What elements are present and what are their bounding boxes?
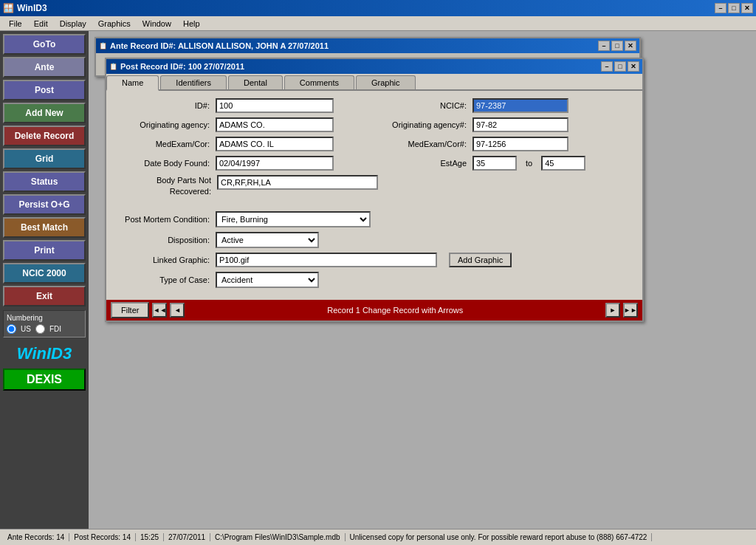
date-body-input[interactable]: [216, 156, 334, 171]
radio-fdi[interactable]: [35, 324, 45, 334]
status-path: C:\Program Files\WinID3\Sample.mdb: [210, 533, 346, 541]
app-titlebar: 🪟 WinID3 – □ ✕: [0, 0, 756, 16]
medexam-row: MedExam/Cor:: [114, 137, 378, 151]
content-area: 📋 Ante Record ID#: ALLISON ALLISON, JOHN…: [89, 31, 756, 529]
disposition-select[interactable]: Active Inactive Closed: [216, 232, 319, 248]
form-col-left: ID#: Originating agency: MedExam/Cor:: [114, 98, 378, 202]
sidebar: GoTo Ante Post Add New Delete Record Gri…: [0, 31, 89, 529]
postmortem-row: Post Mortem Condition: Fire, Burning Dec…: [114, 211, 635, 227]
estage-label: EstAge: [385, 159, 467, 168]
ante-button[interactable]: Ante: [3, 57, 86, 78]
body-parts-input[interactable]: [217, 175, 378, 190]
post-minimize-btn[interactable]: –: [601, 61, 613, 72]
exit-button[interactable]: Exit: [3, 286, 86, 306]
ante-restore-btn[interactable]: □: [611, 41, 623, 51]
goto-button[interactable]: GoTo: [3, 34, 86, 55]
tab-identifiers[interactable]: Identifiers: [160, 75, 227, 89]
tab-graphic[interactable]: Graphic: [356, 75, 416, 89]
form-body: ID#: Originating agency: MedExam/Cor:: [106, 91, 642, 300]
orig-agency-hash-label: Originating agency#:: [385, 120, 467, 129]
status-bar: Ante Records: 14 Post Records: 14 15:25 …: [0, 529, 756, 545]
status-ante-records: Ante Records: 14: [3, 533, 69, 541]
postmortem-select[interactable]: Fire, Burning Decomposed Skeletal Burned…: [216, 211, 371, 227]
post-button[interactable]: Post: [3, 80, 86, 100]
menu-display[interactable]: Display: [54, 18, 92, 30]
radio-row: US FDI: [7, 324, 82, 334]
last-record-btn[interactable]: ►►: [623, 303, 638, 318]
disposition-row: Disposition: Active Inactive Closed: [114, 232, 635, 248]
ncic-button[interactable]: NCIC 2000: [3, 263, 86, 284]
add-graphic-button[interactable]: Add Graphic: [449, 253, 512, 267]
estage-to-label: to: [523, 159, 535, 168]
app-title: WinID3: [17, 3, 713, 13]
radio-us[interactable]: [7, 324, 16, 334]
orig-agency-label: Originating agency:: [114, 120, 210, 129]
ante-window-title: Ante Record ID#: ALLISON ALLISON, JOHN A…: [110, 41, 597, 50]
ncic-input[interactable]: [472, 98, 568, 113]
persist-button[interactable]: Persist O+G: [3, 194, 86, 215]
menu-window[interactable]: Window: [137, 18, 177, 30]
app-close-btn[interactable]: ✕: [741, 3, 753, 13]
menu-graphics[interactable]: Graphics: [92, 18, 137, 30]
id-row: ID#:: [114, 98, 378, 113]
numbering-box: Numbering US FDI: [3, 310, 86, 337]
menubar: File Edit Display Graphics Window Help: [0, 16, 756, 31]
next-record-btn[interactable]: ►: [605, 303, 620, 318]
prev-record-btn[interactable]: ◄: [170, 303, 185, 318]
medexam-cor-input[interactable]: [472, 137, 568, 151]
post-window-title: Post Record ID#: 100 27/07/2011: [120, 62, 599, 71]
linked-graphic-input[interactable]: [216, 253, 437, 267]
filter-button[interactable]: Filter: [111, 302, 149, 318]
menu-edit[interactable]: Edit: [28, 18, 54, 30]
medexam-cor-label: MedExam/Cor#:: [385, 140, 467, 148]
menu-file[interactable]: File: [3, 18, 28, 30]
type-of-case-label: Type of Case:: [114, 275, 210, 284]
menu-help[interactable]: Help: [177, 18, 206, 30]
radio-us-label: US: [21, 325, 31, 333]
estage-to-input[interactable]: [541, 156, 585, 171]
linked-graphic-label: Linked Graphic:: [114, 256, 210, 264]
status-post-records: Post Records: 14: [69, 533, 136, 541]
post-titlebar: 📋 Post Record ID#: 100 27/07/2011 – □ ✕: [106, 59, 642, 74]
winid-logo: WinID3: [3, 344, 86, 363]
medexam-cor-row: MedExam/Cor#:: [385, 137, 635, 151]
orig-agency-hash-input[interactable]: [472, 117, 568, 132]
linked-graphic-row: Linked Graphic: Add Graphic: [114, 253, 635, 267]
nav-bar: Filter ◄◄ ◄ Record 1 Change Record with …: [106, 300, 642, 321]
orig-agency-hash-row: Originating agency#:: [385, 117, 635, 132]
tab-comments[interactable]: Comments: [284, 75, 354, 89]
first-record-btn[interactable]: ◄◄: [152, 303, 167, 318]
id-label: ID#:: [114, 101, 210, 110]
numbering-label: Numbering: [7, 314, 82, 322]
app-restore-btn[interactable]: □: [728, 3, 740, 13]
id-input[interactable]: [216, 98, 334, 113]
tab-bar: Name Identifiers Dental Comments Graphic: [106, 74, 642, 91]
app-minimize-btn[interactable]: –: [715, 3, 726, 13]
type-of-case-select[interactable]: Accident Homicide Suicide Natural Undete…: [216, 272, 319, 288]
postmortem-label: Post Mortem Condition:: [114, 215, 210, 224]
medexam-input[interactable]: [216, 137, 334, 151]
post-restore-btn[interactable]: □: [614, 61, 626, 72]
ante-minimize-btn[interactable]: –: [598, 41, 610, 51]
delete-record-button[interactable]: Delete Record: [3, 126, 86, 146]
record-info-text: Record 1 Change Record with Arrows: [188, 306, 602, 315]
status-date: 27/07/2011: [164, 533, 210, 541]
status-notice: Unlicensed copy for personal use only. F…: [346, 533, 653, 541]
tab-dental[interactable]: Dental: [228, 75, 283, 89]
app-icon: 🪟: [3, 3, 14, 13]
status-button[interactable]: Status: [3, 171, 86, 192]
medexam-label: MedExam/Cor:: [114, 140, 210, 148]
body-parts-row: Body Parts Not Recovered:: [114, 175, 378, 198]
form-col-right: NCIC#: Originating agency#: MedExam/Cor#…: [385, 98, 635, 202]
main-layout: GoTo Ante Post Add New Delete Record Gri…: [0, 31, 756, 529]
ante-close-btn[interactable]: ✕: [625, 41, 636, 51]
grid-button[interactable]: Grid: [3, 148, 86, 169]
tab-name[interactable]: Name: [106, 75, 159, 91]
add-new-button[interactable]: Add New: [3, 103, 86, 123]
orig-agency-input[interactable]: [216, 117, 334, 132]
post-close-btn[interactable]: ✕: [628, 61, 639, 72]
print-button[interactable]: Print: [3, 240, 86, 261]
best-match-button[interactable]: Best Match: [3, 217, 86, 238]
body-parts-label: Body Parts Not Recovered:: [114, 175, 211, 198]
estage-from-input[interactable]: [472, 156, 517, 171]
